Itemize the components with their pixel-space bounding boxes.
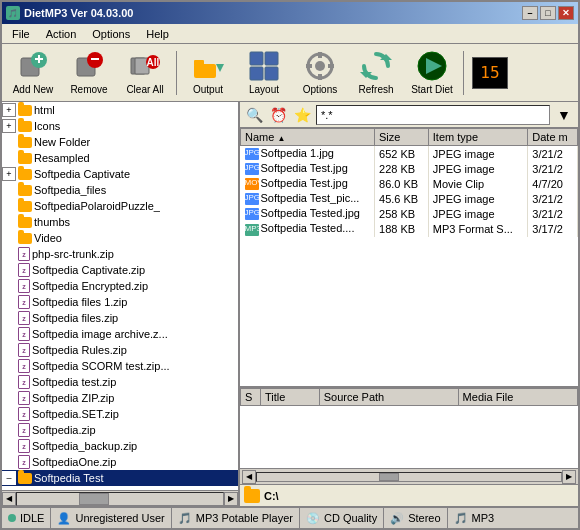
tree-item-newfolder[interactable]: New Folder: [2, 134, 240, 150]
tree-item-icons[interactable]: + Icons: [2, 118, 240, 134]
status-idle-text: IDLE: [20, 512, 44, 524]
tree-spacer: [2, 327, 16, 341]
table-row[interactable]: MOVSoftpedia Test.jpg 86.0 KB Movie Clip…: [241, 176, 578, 191]
tree-spacer: [2, 247, 16, 261]
layout-button[interactable]: Layout: [237, 47, 291, 99]
tree-item-video[interactable]: Video: [2, 230, 240, 246]
status-format-icon: 🎵: [454, 512, 468, 525]
add-new-button[interactable]: Add New: [6, 47, 60, 99]
refresh-button[interactable]: Refresh: [349, 47, 403, 99]
scroll-left-btn[interactable]: ◀: [242, 470, 256, 484]
toolbar: Add New Remove All Clear All: [2, 44, 578, 102]
cell-size: 258 KB: [375, 206, 429, 221]
tree-expander[interactable]: –: [2, 471, 16, 485]
filter-search-icon[interactable]: 🔍: [244, 105, 264, 125]
remove-label: Remove: [70, 84, 107, 95]
scroll-left-arrow[interactable]: ◀: [2, 492, 16, 506]
tree-label: Softpedia Rules.zip: [32, 344, 127, 356]
start-diet-button[interactable]: Start Diet: [405, 47, 459, 99]
folder-icon: [18, 169, 32, 180]
tree-item-thumbs[interactable]: thumbs: [2, 214, 240, 230]
scroll-right-btn[interactable]: ▶: [562, 470, 576, 484]
status-idle: IDLE: [2, 508, 51, 528]
scroll-thumb-h[interactable]: [379, 473, 399, 481]
tree-item-html[interactable]: + html: [2, 102, 240, 118]
tree-item-scorm-zip[interactable]: z Softpedia SCORM test.zip...: [2, 358, 240, 374]
col-media-file[interactable]: Media File: [458, 389, 577, 406]
tree-item-softpedia-test[interactable]: – Softpedia Test: [2, 470, 240, 486]
filter-star-icon[interactable]: ⭐: [292, 105, 312, 125]
table-row[interactable]: JPGSoftpedia 1.jpg 652 KB JPEG image 3/2…: [241, 146, 578, 162]
remove-button[interactable]: Remove: [62, 47, 116, 99]
clear-all-icon: All: [129, 50, 161, 82]
menu-file[interactable]: File: [6, 26, 36, 42]
tree-spacer: [2, 135, 16, 149]
tree-item-softpedia-files[interactable]: Softpedia_files: [2, 182, 240, 198]
options-button[interactable]: Options: [293, 47, 347, 99]
col-date[interactable]: Date m: [528, 129, 578, 146]
tree-item-zip-zip[interactable]: z Softpedia ZIP.zip: [2, 390, 240, 406]
col-type[interactable]: Item type: [428, 129, 528, 146]
tree-item-resampled[interactable]: Resampled: [2, 150, 240, 166]
clear-all-button[interactable]: All Clear All: [118, 47, 172, 99]
tree-item-rules-zip[interactable]: z Softpedia Rules.zip: [2, 342, 240, 358]
queue-area[interactable]: S Title Source Path Media File: [240, 388, 578, 468]
tree-expander[interactable]: +: [2, 167, 16, 181]
table-row[interactable]: JPGSoftpedia Test.jpg 228 KB JPEG image …: [241, 161, 578, 176]
path-bar: C:\: [240, 484, 578, 506]
menu-help[interactable]: Help: [140, 26, 175, 42]
scroll-thumb[interactable]: [79, 493, 109, 505]
table-row[interactable]: JPGSoftpedia Test_pic... 45.6 KB JPEG im…: [241, 191, 578, 206]
scroll-track[interactable]: [16, 492, 224, 506]
output-button[interactable]: Output: [181, 47, 235, 99]
tree-item-files-zip[interactable]: z Softpedia files.zip: [2, 310, 240, 326]
col-title[interactable]: Title: [261, 389, 320, 406]
tree-item-backup-zip[interactable]: z Softpedia_backup.zip: [2, 438, 240, 454]
tree-item-php-zip[interactable]: z php-src-trunk.zip: [2, 246, 240, 262]
right-h-scrollbar[interactable]: ◀ ▶: [240, 468, 578, 484]
minimize-button[interactable]: –: [522, 6, 538, 20]
filter-dropdown-icon[interactable]: ▼: [554, 105, 574, 125]
tree-item-softpedia-captivate[interactable]: + Softpedia Captivate: [2, 166, 240, 182]
scroll-right-arrow[interactable]: ▶: [224, 492, 238, 506]
svg-point-19: [315, 61, 325, 71]
tree-h-scrollbar[interactable]: ◀ ▶: [2, 490, 238, 506]
file-list-area[interactable]: Name Size Item type Date m: [240, 128, 578, 388]
filter-bar: 🔍 ⏰ ⭐ ▼: [240, 102, 578, 128]
tree-spacer: [2, 279, 16, 293]
filter-time-icon[interactable]: ⏰: [268, 105, 288, 125]
file-type-icon: JPG: [245, 148, 259, 160]
folder-icon: [18, 185, 32, 196]
col-source-path[interactable]: Source Path: [319, 389, 458, 406]
col-s[interactable]: S: [241, 389, 261, 406]
cell-type: JPEG image: [428, 191, 528, 206]
maximize-button[interactable]: □: [540, 6, 556, 20]
tree-expander[interactable]: +: [2, 103, 16, 117]
tree-item-test-zip[interactable]: z Softpedia test.zip: [2, 374, 240, 390]
filter-input[interactable]: [316, 105, 550, 125]
cell-name: MP3Softpedia Tested....: [241, 221, 375, 236]
menu-options[interactable]: Options: [86, 26, 136, 42]
tree-item-set-zip[interactable]: z Softpedia.SET.zip: [2, 406, 240, 422]
tree-item-files1-zip[interactable]: z Softpedia files 1.zip: [2, 294, 240, 310]
tree-item-polaroid[interactable]: SoftpediaPolaroidPuzzle_: [2, 198, 240, 214]
tree-spacer: [2, 183, 16, 197]
menu-action[interactable]: Action: [40, 26, 83, 42]
table-row[interactable]: JPGSoftpedia Tested.jpg 258 KB JPEG imag…: [241, 206, 578, 221]
tree-item-encrypted-zip[interactable]: z Softpedia Encrypted.zip: [2, 278, 240, 294]
file-type-icon: JPG: [245, 163, 259, 175]
tree-item-image-archive-zip[interactable]: z Softpedia image archive.z...: [2, 326, 240, 342]
col-size[interactable]: Size: [375, 129, 429, 146]
close-button[interactable]: ✕: [558, 6, 574, 20]
tree-expander[interactable]: +: [2, 119, 16, 133]
path-text: C:\: [264, 490, 279, 502]
col-name[interactable]: Name: [241, 129, 375, 146]
tree-item-main-zip[interactable]: z Softpedia.zip: [2, 422, 240, 438]
tree-item-captivate-zip[interactable]: z Softpedia Captivate.zip: [2, 262, 240, 278]
table-row[interactable]: MP3Softpedia Tested.... 188 KB MP3 Forma…: [241, 221, 578, 236]
status-user-icon: 👤: [57, 512, 71, 525]
file-tree[interactable]: + html + Icons New Folder Resa: [2, 102, 240, 490]
svg-rect-14: [250, 52, 263, 65]
scroll-track-h[interactable]: [256, 472, 562, 482]
tree-item-one-zip[interactable]: z SoftpediaOne.zip: [2, 454, 240, 470]
